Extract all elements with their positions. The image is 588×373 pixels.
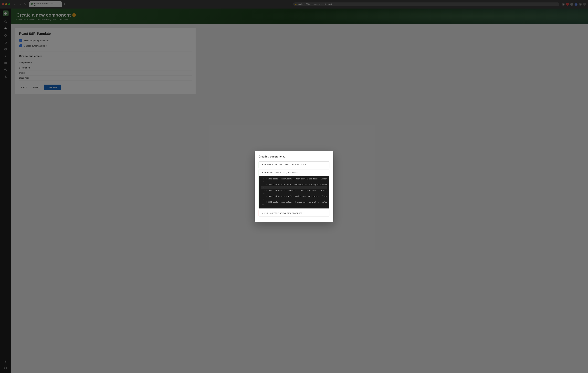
line-number: 6 xyxy=(261,192,264,195)
line-number: 9 xyxy=(261,201,264,204)
line-number: 7 xyxy=(261,195,264,198)
app-layout: Create a new component ! Create new soft… xyxy=(0,9,588,373)
line-content: DEBUG cookiecutter.utils: Making sure pa… xyxy=(266,195,327,198)
terminal-line: 9DEBUG cookiecutter.utils: Created direc… xyxy=(261,201,327,204)
terminal-line: 8 xyxy=(261,198,327,201)
line-number: 8 xyxy=(261,198,264,201)
modal-title: Creating component... xyxy=(259,155,329,158)
terminal-line: 5DEBUG cookiecutter.generate: Context ge… xyxy=(261,189,327,192)
accordion-label-skeleton: PREPARE THE SKELETON (A FEW SECONDS) xyxy=(264,164,307,166)
terminal-line: 10 xyxy=(261,203,327,206)
accordion-item-publish: ▾ PUBLISH TEMPLATE (A FEW SECONDS) xyxy=(259,210,329,216)
line-content: DEBUG cookiecutter.generate: Context gen… xyxy=(266,189,327,192)
chevron-down-icon-3: ▾ xyxy=(262,212,263,214)
terminal-line: 2 xyxy=(261,181,327,183)
terminal-line: 1DEBUG cookiecutter.config: User config … xyxy=(261,178,327,181)
terminal-line: 4 xyxy=(261,186,327,189)
terminal-line: 3DEBUG cookiecutter.main: context_file i… xyxy=(261,183,327,186)
accordion-item-skeleton: ▾ PREPARE THE SKELETON (A FEW SECONDS) xyxy=(259,161,329,168)
modal-overlay: Creating component... ▾ PREPARE THE SKEL… xyxy=(11,24,588,373)
creating-component-modal: Creating component... ▾ PREPARE THE SKEL… xyxy=(255,151,333,222)
line-number: 4 xyxy=(261,186,264,189)
line-content: DEBUG cookiecutter.config: User config n… xyxy=(266,178,327,181)
accordion-item-templater: ▾ RUN THE TEMPLATER (3 SECONDS) 1DEBUG c… xyxy=(259,169,329,209)
accordion-header-publish[interactable]: ▾ PUBLISH TEMPLATE (A FEW SECONDS) xyxy=(259,210,329,216)
accordion-label-publish: PUBLISH TEMPLATE (A FEW SECONDS) xyxy=(264,212,302,214)
terminal-output: 1DEBUG cookiecutter.config: User config … xyxy=(259,176,329,209)
accordion-header-templater[interactable]: ▾ RUN THE TEMPLATER (3 SECONDS) xyxy=(259,170,329,176)
line-content: DEBUG cookiecutter.utils: Created direct… xyxy=(266,201,327,204)
terminal-line: 7DEBUG cookiecutter.utils: Making sure p… xyxy=(261,195,327,198)
line-content: DEBUG cookiecutter.main: context_file is… xyxy=(266,183,327,186)
line-number: 5 xyxy=(261,189,264,192)
line-number: 2 xyxy=(261,181,264,183)
line-number: 1 xyxy=(261,178,264,181)
line-number: 10 xyxy=(261,203,264,206)
chevron-down-icon-1: ▾ xyxy=(262,163,263,166)
content-area: React SSR Template ✓ Fill in template pa… xyxy=(11,24,588,373)
accordion-label-templater: RUN THE TEMPLATER (3 SECONDS) xyxy=(264,171,298,173)
terminal-line: 6 xyxy=(261,192,327,195)
accordion-header-skeleton[interactable]: ▾ PREPARE THE SKELETON (A FEW SECONDS) xyxy=(259,161,329,168)
main-content: Create a new component ! Create new soft… xyxy=(11,9,588,373)
chevron-down-icon-2: ▾ xyxy=(262,171,263,174)
line-number: 3 xyxy=(261,183,264,186)
